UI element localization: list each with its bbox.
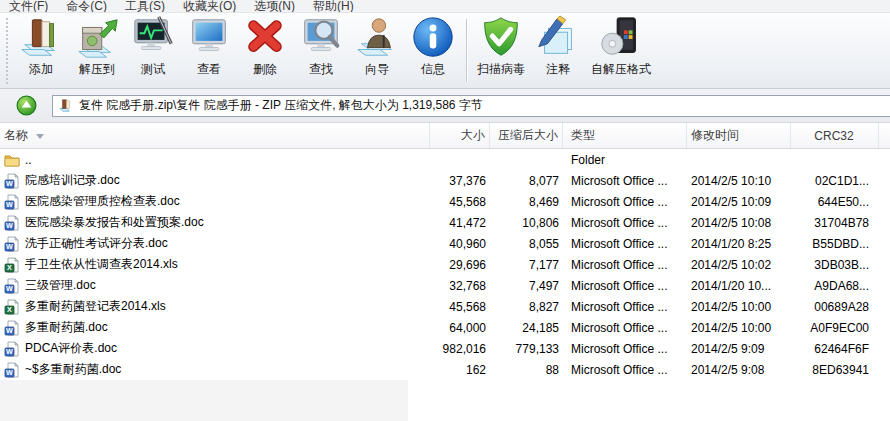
column-header: 名称 大小 压缩后大小 类型 修改时间 CRC32 xyxy=(0,123,890,149)
file-size xyxy=(430,149,490,170)
file-modified: 2014/2/5 10:00 xyxy=(687,296,791,317)
file-type: Microsoft Office ... xyxy=(563,296,687,317)
comment-button[interactable]: 注释 xyxy=(530,13,586,88)
file-size: 41,472 xyxy=(430,212,490,233)
column-crc32[interactable]: CRC32 xyxy=(791,123,879,148)
wizard-button[interactable]: 向导 xyxy=(349,13,405,88)
menu-options[interactable]: 选项(N) xyxy=(245,0,304,13)
file-modified: 2014/2/5 10:02 xyxy=(687,254,791,275)
add-archive-icon xyxy=(18,15,64,61)
add-button[interactable]: 添加 xyxy=(13,13,69,88)
archive-path: 复件 院感手册.zip\复件 院感手册 - ZIP 压缩文件, 解包大小为 1,… xyxy=(79,97,483,114)
sort-indicator-icon xyxy=(36,134,44,139)
file-name: 多重耐药菌登记表2014.xls xyxy=(25,298,166,315)
file-type: Folder xyxy=(563,149,687,170)
table-row[interactable]: W三级管理.doc32,7687,497Microsoft Office ...… xyxy=(0,275,890,296)
table-row[interactable]: X手卫生依从性调查表2014.xls29,6967,177Microsoft O… xyxy=(0,254,890,275)
file-type: Microsoft Office ... xyxy=(563,212,687,233)
info-button[interactable]: 信息 xyxy=(405,13,461,88)
file-type: Microsoft Office ... xyxy=(563,254,687,275)
word-icon: W xyxy=(4,278,20,294)
scan-virus-button[interactable]: 扫描病毒 xyxy=(472,13,530,88)
svg-text:X: X xyxy=(7,263,12,272)
file-packed xyxy=(490,149,563,170)
file-list: ..FolderW院感培训记录.doc37,3768,077Microsoft … xyxy=(0,149,890,421)
table-row[interactable]: W医院感染管理质控检查表.doc45,5688,469Microsoft Off… xyxy=(0,191,890,212)
view-button[interactable]: 查看 xyxy=(181,13,237,88)
file-modified: 2014/2/5 10:09 xyxy=(687,191,791,212)
extract-to-button[interactable]: 解压到 xyxy=(69,13,125,88)
find-button[interactable]: 查找 xyxy=(293,13,349,88)
file-packed: 7,177 xyxy=(490,254,563,275)
file-crc: 644E50... xyxy=(791,191,879,212)
delete-button[interactable]: 删除 xyxy=(237,13,293,88)
word-icon: W xyxy=(4,320,20,336)
file-packed: 24,185 xyxy=(490,317,563,338)
winrar-window: 文件(F) 命令(C) 工具(S) 收藏夹(O) 选项(N) 帮助(H) 添加 xyxy=(0,0,890,421)
toolbar-button-label: 扫描病毒 xyxy=(477,61,525,78)
file-crc: 02C1D1... xyxy=(791,170,879,191)
column-type[interactable]: 类型 xyxy=(563,123,687,148)
file-name: 多重耐药菌.doc xyxy=(25,319,108,336)
file-size: 29,696 xyxy=(430,254,490,275)
file-crc: 8ED63941 xyxy=(791,359,879,380)
delete-icon xyxy=(242,15,288,61)
toolbar-gripper[interactable] xyxy=(5,17,10,84)
test-button[interactable]: 测试 xyxy=(125,13,181,88)
table-row[interactable]: W洗手正确性考试评分表.doc40,9608,055Microsoft Offi… xyxy=(0,233,890,254)
toolbar-button-label: 解压到 xyxy=(79,61,115,78)
file-name-cell: W院感培训记录.doc xyxy=(0,170,430,191)
toolbar-button-label: 查找 xyxy=(309,61,333,78)
table-row[interactable]: WPDCA评价表.doc982,016779,133Microsoft Offi… xyxy=(0,338,890,359)
word-icon: W xyxy=(4,215,20,231)
table-row[interactable]: W~$多重耐药菌.doc16288Microsoft Office ...201… xyxy=(0,359,890,380)
toolbar-button-label: 添加 xyxy=(29,61,53,78)
svg-text:W: W xyxy=(6,284,13,293)
file-name: 医院感染暴发报告和处置预案.doc xyxy=(25,214,204,231)
file-packed: 779,133 xyxy=(490,338,563,359)
menu-file[interactable]: 文件(F) xyxy=(0,0,57,13)
file-type: Microsoft Office ... xyxy=(563,317,687,338)
sfx-button[interactable]: 自解压格式 xyxy=(586,13,656,88)
table-row[interactable]: W院感培训记录.doc37,3768,077Microsoft Office .… xyxy=(0,170,890,191)
word-icon: W xyxy=(4,362,20,378)
word-icon: W xyxy=(4,173,20,189)
wizard-icon xyxy=(354,15,400,61)
menu-tools[interactable]: 工具(S) xyxy=(116,0,174,13)
toolbar-button-label: 删除 xyxy=(253,61,277,78)
file-name: .. xyxy=(25,153,32,167)
file-crc: 3DB03B... xyxy=(791,254,879,275)
menu-favorites[interactable]: 收藏夹(O) xyxy=(174,0,245,13)
address-field[interactable]: 复件 院感手册.zip\复件 院感手册 - ZIP 压缩文件, 解包大小为 1,… xyxy=(52,95,890,117)
column-packed-size[interactable]: 压缩后大小 xyxy=(490,123,563,148)
file-name-cell: W医院感染管理质控检查表.doc xyxy=(0,191,430,212)
table-row[interactable]: ..Folder xyxy=(0,149,890,170)
toolbar-separator xyxy=(466,19,467,82)
info-icon xyxy=(410,15,456,61)
file-type: Microsoft Office ... xyxy=(563,359,687,380)
table-row[interactable]: W多重耐药菌.doc64,00024,185Microsoft Office .… xyxy=(0,317,890,338)
file-packed: 7,497 xyxy=(490,275,563,296)
excel-icon: X xyxy=(4,257,20,273)
file-name: ~$多重耐药菌.doc xyxy=(25,361,121,378)
file-size: 162 xyxy=(430,359,490,380)
archive-icon xyxy=(58,98,73,113)
table-row[interactable]: W医院感染暴发报告和处置预案.doc41,47210,806Microsoft … xyxy=(0,212,890,233)
column-modified[interactable]: 修改时间 xyxy=(687,123,791,148)
menu-help[interactable]: 帮助(H) xyxy=(304,0,363,13)
up-one-level-button[interactable] xyxy=(14,94,38,118)
file-modified: 2014/1/20 8:25 xyxy=(687,233,791,254)
file-crc: 00689A28 xyxy=(791,296,879,317)
column-name[interactable]: 名称 xyxy=(0,123,430,148)
file-modified: 2014/2/5 9:09 xyxy=(687,338,791,359)
file-packed: 8,055 xyxy=(490,233,563,254)
file-size: 32,768 xyxy=(430,275,490,296)
file-modified: 2014/2/5 9:08 xyxy=(687,359,791,380)
file-modified xyxy=(687,149,791,170)
table-row[interactable]: X多重耐药菌登记表2014.xls45,5688,827Microsoft Of… xyxy=(0,296,890,317)
file-packed: 88 xyxy=(490,359,563,380)
column-size[interactable]: 大小 xyxy=(430,123,490,148)
file-size: 982,016 xyxy=(430,338,490,359)
file-modified: 2014/2/5 10:08 xyxy=(687,212,791,233)
menu-commands[interactable]: 命令(C) xyxy=(57,0,116,13)
